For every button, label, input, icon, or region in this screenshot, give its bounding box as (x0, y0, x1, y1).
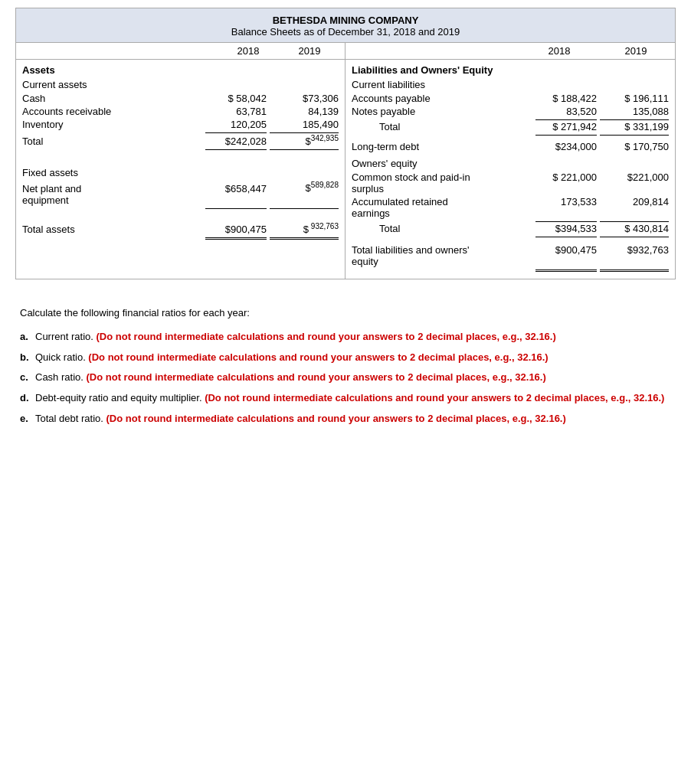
left-year-headers: 2018 2019 (16, 43, 346, 59)
question-a: a. Current ratio. (Do not round intermed… (20, 329, 671, 345)
net-plant-line (16, 207, 345, 209)
question-d: d. Debt-equity ratio and equity multipli… (20, 390, 671, 407)
question-b: b. Quick ratio. (Do not round intermedia… (20, 350, 671, 366)
common-stock-label: Common stock and paid-insurplus (352, 172, 531, 194)
double-line-2018-ta (205, 237, 267, 240)
total-liab-2019: $932,763 (600, 244, 669, 256)
liabilities-section: Liabilities and Owners' Equity Current l… (346, 60, 675, 279)
cash-2018: $ 58,042 (208, 93, 270, 104)
questions-section: Calculate the following financial ratios… (15, 298, 676, 439)
questions-intro: Calculate the following financial ratios… (20, 305, 671, 322)
total-current-label: Total (22, 136, 208, 147)
q-d-normal: Debt-equity ratio and equity multiplier. (35, 392, 205, 403)
ar-row: Accounts receivable 63,781 84,139 (16, 105, 345, 118)
right-years: 2018 2019 (525, 45, 670, 57)
line2-right-2018 (535, 275, 597, 276)
balance-sheet: BETHESDA MINING COMPANY Balance Sheets a… (15, 8, 676, 279)
total-cl-label: Total (352, 121, 531, 132)
question-list: a. Current ratio. (Do not round intermed… (20, 329, 671, 427)
right-year-2018: 2018 (525, 45, 594, 57)
total-liab-line (346, 268, 675, 272)
fixed-assets-title: Fixed assets (16, 165, 345, 180)
q-letter-a: a. (20, 329, 32, 345)
line-right-2018-cl (535, 119, 597, 120)
line-2018-np (205, 208, 267, 209)
line-right-2019-tcl (600, 135, 669, 136)
net-plant-label: Net plant andequipment (22, 183, 208, 206)
left-years: 2018 2019 (218, 45, 340, 57)
column-headers: 2018 2019 2018 2019 (16, 43, 675, 60)
ar-2018: 63,781 (208, 106, 270, 117)
line-right-2018-eq (535, 221, 597, 222)
line-2018-ca (205, 132, 267, 133)
ar-label: Accounts receivable (22, 106, 208, 117)
q-c-bold: (Do not round intermediate calculations … (86, 371, 545, 383)
q-d-bold: (Do not round intermediate calculations … (205, 392, 664, 403)
current-assets-title: Current assets (16, 77, 345, 92)
ap-2019: $ 196,111 (600, 93, 669, 104)
spacer-2 (16, 209, 345, 221)
right-year-headers: 2018 2019 (346, 43, 675, 59)
line2-right-2019 (600, 275, 669, 276)
total-equity-label: Total (352, 223, 531, 234)
total-assets-line (16, 236, 345, 240)
line-2019-ca (270, 132, 339, 133)
q-letter-c: c. (20, 370, 32, 386)
total-current-2018: $242,028 (208, 136, 270, 147)
common-stock-2018: $ 221,000 (531, 172, 600, 183)
total-cl-row: Total $ 271,942 $ 331,199 (346, 120, 675, 133)
total-assets-2019: $ 932,763 (270, 222, 339, 235)
q-letter-b: b. (20, 350, 32, 366)
inventory-row: Inventory 120,205 185,490 (16, 118, 345, 131)
total-liab-row: Total liabilities and owners'equity $900… (346, 243, 675, 268)
np-label: Notes payable (352, 106, 531, 117)
question-c: c. Cash ratio. (Do not round intermediat… (20, 370, 671, 386)
q-text-c: Cash ratio. (Do not round intermediate c… (35, 370, 546, 386)
q-b-normal: Quick ratio. (35, 351, 88, 363)
line-2018-tc (205, 149, 267, 150)
net-plant-row: Net plant andequipment $658,447 $589,828 (16, 180, 345, 206)
np-row: Notes payable 83,520 135,088 (346, 105, 675, 118)
cash-row: Cash $ 58,042 $73,306 (16, 92, 345, 105)
q-text-b: Quick ratio. (Do not round intermediate … (35, 350, 549, 366)
net-plant-2019: $589,828 (270, 181, 339, 194)
retained-earnings-2018: 173,533 (531, 196, 600, 207)
common-stock-row: Common stock and paid-insurplus $ 221,00… (346, 171, 675, 195)
retained-earnings-label: Accumulated retainedearnings (352, 196, 531, 219)
current-liab-line (346, 118, 675, 120)
q-letter-d: d. (20, 390, 32, 407)
retained-earnings-2019: 209,814 (600, 196, 669, 207)
balance-sheet-title: Balance Sheets as of December 31, 2018 a… (19, 26, 672, 38)
ap-row: Accounts payable $ 188,422 $ 196,111 (346, 92, 675, 105)
q-a-normal: Current ratio. (35, 331, 96, 342)
ap-2018: $ 188,422 (531, 93, 600, 104)
ar-2019: 84,139 (270, 106, 339, 117)
q-e-normal: Total debt ratio. (35, 413, 106, 424)
line-right-2019-eq (600, 221, 669, 222)
total-assets-row: Total assets $900,475 $ 932,763 (16, 221, 345, 236)
company-name: BETHESDA MINING COMPANY (19, 15, 672, 26)
spacer-1 (16, 150, 345, 165)
total-current-line (16, 148, 345, 150)
line-right-2018-te (535, 237, 597, 237)
total-cl-line (346, 133, 675, 136)
q-text-e: Total debt ratio. (Do not round intermed… (35, 411, 566, 427)
total-cl-2019: $ 331,199 (600, 121, 669, 132)
cash-label: Cash (22, 93, 208, 104)
total-liab-2018: $900,475 (531, 244, 600, 256)
owners-equity-title: Owners' equity (346, 156, 675, 171)
q-a-bold: (Do not round intermediate calculations … (96, 331, 555, 342)
q-text-d: Debt-equity ratio and equity multiplier.… (35, 390, 664, 407)
total-equity-row: Total $394,533 $ 430,814 (346, 222, 675, 235)
inventory-2018: 120,205 (208, 119, 270, 130)
line-right-2018-tcl (535, 135, 597, 136)
bs-body: Assets Current assets Cash $ 58,042 $73,… (16, 60, 675, 279)
left-year-2019: 2019 (279, 45, 340, 57)
total-current-row: Total $242,028 $342,935 (16, 133, 345, 148)
double-line-right-2018 (535, 270, 597, 272)
ltd-2018: $234,000 (531, 141, 600, 152)
line2-2019-ta (270, 243, 339, 243)
bs-header: BETHESDA MINING COMPANY Balance Sheets a… (16, 8, 675, 43)
total-assets-label: Total assets (22, 224, 208, 235)
total-current-2019: $342,935 (270, 134, 339, 147)
